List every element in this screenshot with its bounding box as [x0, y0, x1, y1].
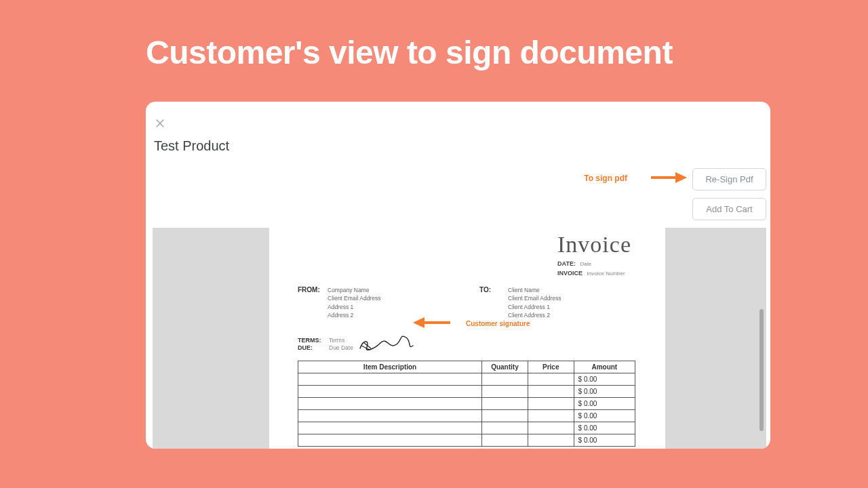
arrow-left-icon: [413, 316, 450, 329]
add-to-cart-button[interactable]: Add To Cart: [692, 198, 766, 220]
col-desc: Item Description: [298, 361, 482, 373]
arrow-right-icon: [650, 171, 687, 184]
svg-marker-3: [413, 317, 425, 328]
date-value: Date: [580, 261, 591, 267]
table-row: $ 0.00: [298, 398, 635, 410]
from-email: Client Email Address: [328, 294, 380, 302]
signature-hint: Customer signature: [466, 320, 530, 327]
date-label: DATE:: [557, 260, 576, 267]
signature-scribble-icon: [357, 329, 415, 354]
table-row: $ 0.00: [298, 373, 635, 386]
amount-cell: $ 0.00: [574, 373, 635, 386]
col-amount: Amount: [574, 361, 635, 373]
from-company: Company Name: [328, 286, 380, 294]
terms-label: TERMS:: [298, 337, 321, 344]
to-label: TO:: [479, 286, 491, 293]
amount-cell: $ 0.00: [574, 398, 635, 410]
col-price: Price: [528, 361, 574, 373]
invoice-title: Invoice: [557, 232, 631, 258]
from-addr2: Address 2: [328, 311, 380, 319]
page-title: Customer's view to sign document: [146, 34, 673, 71]
invoice-date-line: DATE: Date: [557, 260, 631, 267]
resign-pdf-button[interactable]: Re-Sign Pdf: [692, 168, 766, 190]
to-name: Client Name: [508, 286, 561, 294]
due-value: Due Date: [329, 344, 353, 351]
invno-label: INVOICE: [557, 270, 583, 277]
close-icon[interactable]: [155, 118, 169, 131]
to-addr2: Client Address 2: [508, 311, 561, 319]
table-header-row: Item Description Quantity Price Amount: [298, 361, 635, 373]
amount-cell: $ 0.00: [574, 410, 635, 422]
to-sign-hint: To sign pdf: [584, 174, 627, 183]
amount-cell: $ 0.00: [574, 434, 635, 447]
table-row: $ 0.00: [298, 386, 635, 398]
terms-value: Terms: [329, 337, 344, 344]
to-block: Client Name Client Email Address Client …: [508, 286, 561, 319]
table-row: $ 0.00: [298, 434, 635, 447]
due-label: DUE:: [298, 344, 313, 351]
amount-cell: $ 0.00: [574, 386, 635, 398]
table-row: $ 0.00: [298, 410, 635, 422]
sign-modal: Test Product To sign pdf Re-Sign Pdf Add…: [146, 102, 770, 449]
scrollbar-thumb[interactable]: [760, 309, 764, 431]
col-qty: Quantity: [482, 361, 528, 373]
items-table: Item Description Quantity Price Amount $…: [298, 361, 635, 447]
svg-marker-1: [675, 172, 687, 183]
product-title: Test Product: [154, 138, 229, 154]
amount-cell: $ 0.00: [574, 422, 635, 434]
invoice-header: Invoice DATE: Date INVOICE Invoice Numbe…: [557, 232, 631, 277]
from-label: FROM:: [298, 286, 320, 293]
to-email: Client Email Address: [508, 294, 561, 302]
pdf-page: Invoice DATE: Date INVOICE Invoice Numbe…: [269, 228, 665, 449]
invoice-number-line: INVOICE Invoice Number: [557, 270, 631, 277]
invno-value: Invoice Number: [587, 270, 625, 277]
from-addr1: Address 1: [328, 303, 380, 311]
table-row: $ 0.00: [298, 422, 635, 434]
to-addr1: Client Address 1: [508, 303, 561, 311]
from-block: Company Name Client Email Address Addres…: [328, 286, 380, 319]
pdf-viewer: Invoice DATE: Date INVOICE Invoice Numbe…: [153, 228, 766, 449]
